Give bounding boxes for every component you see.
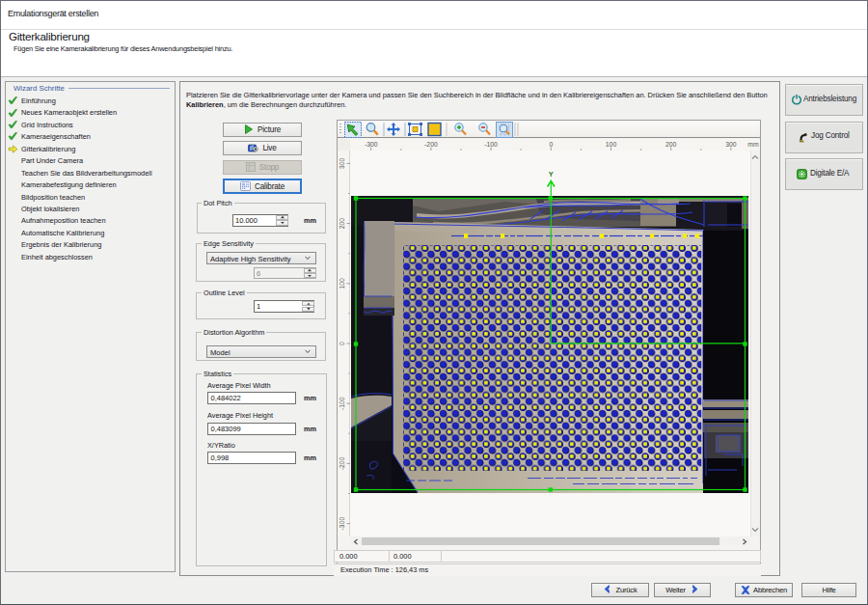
svg-text:100: 100 xyxy=(606,141,617,148)
svg-text:200: 200 xyxy=(339,218,345,230)
svg-text:-100: -100 xyxy=(484,141,498,148)
svg-text:-200: -200 xyxy=(424,141,438,148)
svg-text:-100: -100 xyxy=(339,397,345,410)
svg-text:Y: Y xyxy=(549,170,554,179)
svg-text:-200: -200 xyxy=(339,456,345,470)
svg-text:300: 300 xyxy=(339,158,345,170)
svg-text:0: 0 xyxy=(549,141,553,148)
svg-text:100: 100 xyxy=(339,278,345,289)
svg-text:0: 0 xyxy=(339,342,345,345)
svg-text:300: 300 xyxy=(725,141,737,148)
svg-text:-300: -300 xyxy=(365,141,378,148)
svg-text:200: 200 xyxy=(665,141,677,148)
svg-text:mm: mm xyxy=(747,141,759,148)
svg-text:-300: -300 xyxy=(339,517,345,531)
